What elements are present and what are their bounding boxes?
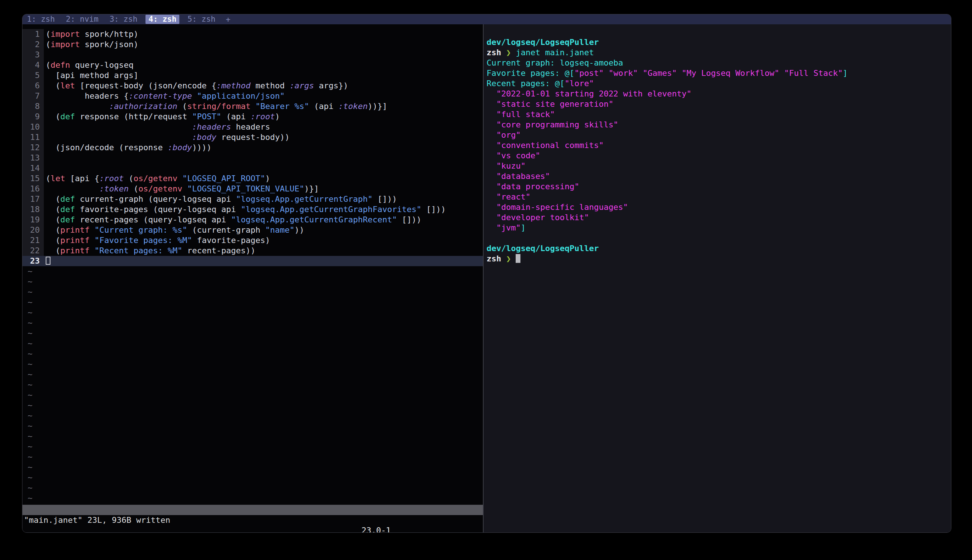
text-segment: )))) <box>192 143 212 152</box>
text-segment: os/getenv <box>138 184 182 193</box>
text-segment: "lore" <box>565 79 594 88</box>
terminal-line: zsh ❯ <box>487 254 951 264</box>
text-segment: let <box>50 174 65 183</box>
text-segment: "Bearer %s" <box>256 102 309 111</box>
text-segment: [api { <box>65 174 100 183</box>
editor-line: 11 :body request-body)) <box>22 132 483 142</box>
tab-5-zsh[interactable]: 5: zsh <box>185 15 218 24</box>
editor-line: 9 (def response (http/request "POST" (ap… <box>22 112 483 122</box>
text-segment: ] <box>521 223 525 232</box>
text-segment <box>192 91 197 100</box>
vim-cursor <box>46 257 50 265</box>
text-segment: import <box>50 40 80 49</box>
terminal-output: dev/logseq/LogseqPullerzsh ❯ janet main.… <box>487 27 951 264</box>
text-segment: "data processing" <box>487 182 579 191</box>
empty-line-tilde: ~ <box>22 349 483 359</box>
tab-3-zsh[interactable]: 3: zsh <box>107 15 140 24</box>
code-text <box>46 256 50 266</box>
text-segment: ] <box>843 68 847 78</box>
text-segment: ( <box>46 60 50 70</box>
code-text: (let [request-body (json/encode {:method… <box>46 81 348 91</box>
text-segment: import <box>50 30 80 39</box>
terminal-line: "data processing" <box>487 182 951 192</box>
text-segment <box>46 122 192 132</box>
text-segment: "react" <box>487 192 530 202</box>
line-number: 17 <box>22 194 44 204</box>
code-text: (defn query-logseq <box>46 60 133 70</box>
text-segment: ( <box>46 236 60 245</box>
line-number: 23 <box>22 256 44 266</box>
text-segment: "Current graph: %s" <box>94 225 187 235</box>
text-segment: ( <box>46 215 60 224</box>
text-segment: "databases" <box>487 172 550 181</box>
terminal-cursor <box>516 254 520 263</box>
code-text: (def response (http/request "POST" (api … <box>46 112 280 122</box>
text-segment: current-graph (query-logseq api <box>75 194 236 203</box>
text-segment: "name" <box>265 225 294 235</box>
text-segment: :method <box>217 81 251 90</box>
new-tab-button[interactable]: + <box>223 15 233 24</box>
text-segment: "logseq.App.getCurrentGraphRecent" <box>231 215 397 224</box>
zsh-terminal-pane[interactable]: dev/logseq/LogseqPullerzsh ❯ janet main.… <box>483 24 951 532</box>
text-segment: :root <box>100 174 124 183</box>
line-number: 14 <box>22 163 44 173</box>
line-number: 8 <box>22 101 44 112</box>
empty-line-tilde: ~ <box>22 287 483 297</box>
terminal-line <box>487 27 951 37</box>
terminal-line: "domain-specific languages" <box>487 202 951 212</box>
text-segment: )) <box>295 225 305 235</box>
text-segment: string/format <box>187 102 250 111</box>
tab-2-nvim[interactable]: 2: nvim <box>63 15 102 24</box>
line-number: 5 <box>22 70 44 81</box>
terminal-line: "org" <box>487 130 951 140</box>
terminal-window: 1: zsh2: nvim3: zsh4: zsh5: zsh + 1(impo… <box>22 14 951 533</box>
editor-line: 7 headers {:content-type "application/js… <box>22 91 483 101</box>
editor-line: 4(defn query-logseq <box>22 60 483 70</box>
empty-line-tilde: ~ <box>22 328 483 338</box>
terminal-line: "2022-01-01 starting 2022 with eleventy" <box>487 89 951 99</box>
text-segment: (current-graph <box>187 225 265 235</box>
text-segment: ( <box>128 184 138 193</box>
editor-line: 17 (def current-graph (query-logseq api … <box>22 194 483 204</box>
code-text: (printf "Favorite pages: %M" favorite-pa… <box>46 235 270 245</box>
editor-line: 2(import spork/json) <box>22 39 483 50</box>
text-segment: dev/logseq/LogseqPuller <box>487 244 599 253</box>
text-segment: def <box>60 112 75 121</box>
empty-line-tilde: ~ <box>22 380 483 390</box>
empty-line-tilde: ~ <box>22 359 483 369</box>
text-segment <box>46 133 192 142</box>
code-text: (import spork/json) <box>46 39 138 50</box>
text-segment: ( <box>46 174 50 183</box>
text-segment: def <box>60 205 75 214</box>
text-segment: headers { <box>46 91 128 100</box>
text-segment: :args <box>290 81 314 90</box>
line-number: 20 <box>22 225 44 235</box>
code-text: :body request-body)) <box>46 132 290 142</box>
line-number: 19 <box>22 215 44 225</box>
terminal-line: dev/logseq/LogseqPuller <box>487 243 951 254</box>
text-segment: :token <box>338 102 368 111</box>
terminal-line: zsh ❯ janet main.janet <box>487 47 951 58</box>
code-text: (def current-graph (query-logseq api "lo… <box>46 194 397 204</box>
text-segment: (api <box>309 102 338 111</box>
vim-message-line: "main.janet" 23L, 936B written <box>22 515 483 525</box>
tab-1-zsh[interactable]: 1: zsh <box>24 15 58 24</box>
text-segment: )}] <box>304 184 319 193</box>
editor-line: 14 <box>22 163 483 173</box>
empty-line-tilde: ~ <box>22 400 483 410</box>
vim-editor-pane[interactable]: 1(import spork/http)2(import spork/json)… <box>22 24 483 532</box>
empty-line-tilde: ~ <box>22 318 483 328</box>
text-segment <box>250 102 255 111</box>
tab-4-zsh[interactable]: 4: zsh <box>145 15 179 24</box>
tab-list: 1: zsh2: nvim3: zsh4: zsh5: zsh <box>24 15 223 24</box>
text-segment <box>182 184 187 193</box>
text-segment <box>638 68 643 78</box>
terminal-line: "full stack" <box>487 109 951 120</box>
text-segment: defn <box>50 60 70 70</box>
text-segment: printf <box>60 246 90 255</box>
text-segment: Favorite pages: @[ <box>487 68 574 78</box>
text-segment: "core programming skills" <box>487 120 619 129</box>
text-segment: :body <box>168 143 192 152</box>
text-segment: "LOGSEQ_API_TOKEN_VALUE" <box>187 184 304 193</box>
text-segment: "LOGSEQ_API_ROOT" <box>182 174 265 183</box>
